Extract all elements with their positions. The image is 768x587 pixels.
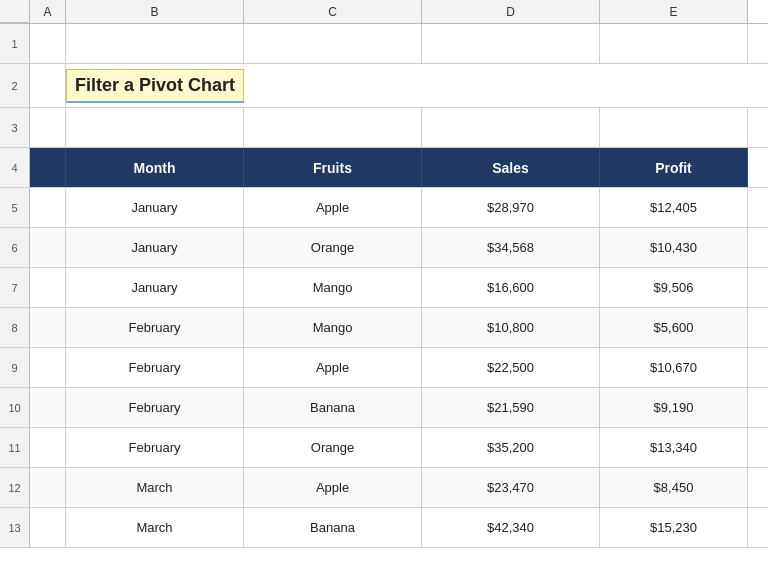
row-13: 13 March Banana $42,340 $15,230 (0, 508, 768, 548)
cell-a9[interactable] (30, 348, 66, 387)
row-num-10: 10 (0, 388, 30, 427)
cell-e7-profit[interactable]: $9,506 (600, 268, 748, 307)
cell-b2[interactable]: Filter a Pivot Chart (66, 64, 244, 107)
cell-b8-month[interactable]: February (66, 308, 244, 347)
row-11: 11 February Orange $35,200 $13,340 (0, 428, 768, 468)
row-7: 7 January Mango $16,600 $9,506 (0, 268, 768, 308)
cell-a1[interactable] (30, 24, 66, 63)
row-8: 8 February Mango $10,800 $5,600 (0, 308, 768, 348)
cell-a5[interactable] (30, 188, 66, 227)
row-num-6: 6 (0, 228, 30, 267)
cell-e9-profit[interactable]: $10,670 (600, 348, 748, 387)
cell-e11-profit[interactable]: $13,340 (600, 428, 748, 467)
cell-b5-month[interactable]: January (66, 188, 244, 227)
row-num-2: 2 (0, 64, 30, 107)
cell-d10-sales[interactable]: $21,590 (422, 388, 600, 427)
col-header-a[interactable]: A (30, 0, 66, 23)
rows-area: 1 2 Filter a Pivot Chart 3 (0, 24, 768, 548)
cell-c1[interactable] (244, 24, 422, 63)
row-num-7: 7 (0, 268, 30, 307)
cell-a4[interactable] (30, 148, 66, 187)
cell-c8-fruits[interactable]: Mango (244, 308, 422, 347)
cell-c3[interactable] (244, 108, 422, 147)
cell-b3[interactable] (66, 108, 244, 147)
cell-b11-month[interactable]: February (66, 428, 244, 467)
page-title: Filter a Pivot Chart (75, 75, 235, 96)
row-4-header: 4 Month Fruits Sales Profit (0, 148, 768, 188)
cell-b10-month[interactable]: February (66, 388, 244, 427)
row-2: 2 Filter a Pivot Chart (0, 64, 768, 108)
cell-c11-fruits[interactable]: Orange (244, 428, 422, 467)
cell-a10[interactable] (30, 388, 66, 427)
cell-e8-profit[interactable]: $5,600 (600, 308, 748, 347)
row-num-4: 4 (0, 148, 30, 187)
cell-c6-fruits[interactable]: Orange (244, 228, 422, 267)
cell-d13-sales[interactable]: $42,340 (422, 508, 600, 547)
row-5: 5 January Apple $28,970 $12,405 (0, 188, 768, 228)
cell-d6-sales[interactable]: $34,568 (422, 228, 600, 267)
row-12: 12 March Apple $23,470 $8,450 (0, 468, 768, 508)
cell-e3[interactable] (600, 108, 748, 147)
cell-a2[interactable] (30, 64, 66, 107)
cell-c12-fruits[interactable]: Apple (244, 468, 422, 507)
cell-d12-sales[interactable]: $23,470 (422, 468, 600, 507)
cell-e1[interactable] (600, 24, 748, 63)
cell-e13-profit[interactable]: $15,230 (600, 508, 748, 547)
cell-c9-fruits[interactable]: Apple (244, 348, 422, 387)
row-num-12: 12 (0, 468, 30, 507)
cell-b13-month[interactable]: March (66, 508, 244, 547)
corner-cell (0, 0, 30, 23)
row-num-3: 3 (0, 108, 30, 147)
col-header-c[interactable]: C (244, 0, 422, 23)
cell-d9-sales[interactable]: $22,500 (422, 348, 600, 387)
header-sales[interactable]: Sales (422, 148, 600, 187)
column-headers: A B C D E (0, 0, 768, 24)
cell-c5-fruits[interactable]: Apple (244, 188, 422, 227)
cell-e5-profit[interactable]: $12,405 (600, 188, 748, 227)
cell-a6[interactable] (30, 228, 66, 267)
row-num-8: 8 (0, 308, 30, 347)
cell-b7-month[interactable]: January (66, 268, 244, 307)
row-1: 1 (0, 24, 768, 64)
row-num-11: 11 (0, 428, 30, 467)
cell-a12[interactable] (30, 468, 66, 507)
cell-b6-month[interactable]: January (66, 228, 244, 267)
cell-d1[interactable] (422, 24, 600, 63)
cell-b12-month[interactable]: March (66, 468, 244, 507)
row-6: 6 January Orange $34,568 $10,430 (0, 228, 768, 268)
col-header-b[interactable]: B (66, 0, 244, 23)
cell-a11[interactable] (30, 428, 66, 467)
cell-d8-sales[interactable]: $10,800 (422, 308, 600, 347)
cell-b1[interactable] (66, 24, 244, 63)
cell-e6-profit[interactable]: $10,430 (600, 228, 748, 267)
row-10: 10 February Banana $21,590 $9,190 (0, 388, 768, 428)
cell-b9-month[interactable]: February (66, 348, 244, 387)
cell-e12-profit[interactable]: $8,450 (600, 468, 748, 507)
cell-a13[interactable] (30, 508, 66, 547)
row-num-5: 5 (0, 188, 30, 227)
row-num-1: 1 (0, 24, 30, 63)
cell-c7-fruits[interactable]: Mango (244, 268, 422, 307)
cell-d3[interactable] (422, 108, 600, 147)
cell-d7-sales[interactable]: $16,600 (422, 268, 600, 307)
row-9: 9 February Apple $22,500 $10,670 (0, 348, 768, 388)
col-header-d[interactable]: D (422, 0, 600, 23)
cell-a7[interactable] (30, 268, 66, 307)
cell-d11-sales[interactable]: $35,200 (422, 428, 600, 467)
cell-e10-profit[interactable]: $9,190 (600, 388, 748, 427)
title-banner: Filter a Pivot Chart (66, 69, 244, 103)
cell-d5-sales[interactable]: $28,970 (422, 188, 600, 227)
header-month[interactable]: Month (66, 148, 244, 187)
header-profit[interactable]: Profit (600, 148, 748, 187)
cell-a8[interactable] (30, 308, 66, 347)
col-header-e[interactable]: E (600, 0, 748, 23)
cell-c10-fruits[interactable]: Banana (244, 388, 422, 427)
row-3: 3 (0, 108, 768, 148)
header-fruits[interactable]: Fruits (244, 148, 422, 187)
row-num-9: 9 (0, 348, 30, 387)
cell-a3[interactable] (30, 108, 66, 147)
cell-c13-fruits[interactable]: Banana (244, 508, 422, 547)
row-num-13: 13 (0, 508, 30, 547)
spreadsheet: A B C D E 1 2 Filter a Pivot Chart (0, 0, 768, 587)
